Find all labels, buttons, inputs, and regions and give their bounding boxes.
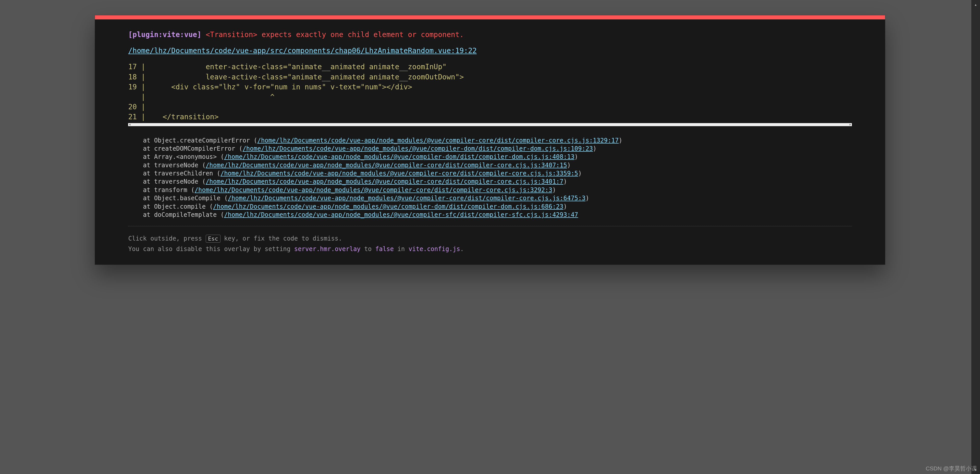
tip-text: key, or fix the code to dismiss. — [221, 235, 342, 242]
stack-frame: at createDOMCompilerError (/home/lhz/Doc… — [128, 145, 852, 153]
stack-trace: at Object.createCompilerError (/home/lhz… — [128, 136, 852, 227]
stack-tail: ) — [552, 187, 556, 193]
stack-frame: at transform (/home/lhz/Documents/code/v… — [128, 186, 852, 194]
stack-at: at traverseNode ( — [128, 178, 205, 185]
stack-at: at Object.createCompilerError ( — [128, 137, 257, 144]
config-file: vite.config.js — [409, 246, 460, 252]
stack-link[interactable]: /home/lhz/Documents/code/vue-app/node_mo… — [228, 195, 586, 202]
stack-at: at Object.compile ( — [128, 203, 213, 210]
stack-at: at traverseChildren ( — [128, 170, 220, 177]
stack-link[interactable]: /home/lhz/Documents/code/vue-app/node_mo… — [257, 137, 619, 144]
stack-tail: ) — [567, 162, 571, 169]
browser-scrollbar[interactable]: ▴ ▾ — [971, 0, 980, 474]
tip-text: to — [361, 246, 375, 252]
stack-link[interactable]: /home/lhz/Documents/code/vue-app/node_mo… — [206, 178, 563, 185]
stack-link[interactable]: /home/lhz/Documents/code/vue-app/node_mo… — [221, 170, 578, 177]
dismiss-tip: Click outside, press Esc key, or fix the… — [128, 233, 852, 254]
code-frame: 17 | enter-active-class="animate__animat… — [128, 62, 852, 122]
error-text: <Transition> expects exactly one child e… — [206, 30, 464, 39]
vite-error-overlay: [plugin:vite:vue] <Transition> expects e… — [95, 15, 885, 265]
error-message: [plugin:vite:vue] <Transition> expects e… — [128, 30, 852, 40]
stack-tail: ) — [563, 178, 567, 185]
stack-at: at Object.baseCompile ( — [128, 195, 228, 202]
plugin-tag: [plugin:vite:vue] — [128, 30, 201, 39]
watermark: CSDN @李昊哲小课 — [926, 465, 977, 472]
stack-at: at createDOMCompilerError ( — [128, 145, 242, 152]
stack-frame: at Array.<anonymous> (/home/lhz/Document… — [128, 153, 852, 161]
stack-frame: at traverseNode (/home/lhz/Documents/cod… — [128, 177, 852, 186]
horizontal-scrollbar[interactable] — [128, 123, 852, 126]
stack-at: at Array.<anonymous> ( — [128, 153, 224, 160]
error-file-row: /home/lhz/Documents/code/vue-app/src/com… — [128, 46, 852, 56]
stack-link[interactable]: /home/lhz/Documents/code/vue-app/node_mo… — [224, 153, 574, 160]
stack-frame: at doCompileTemplate (/home/lhz/Document… — [128, 211, 852, 219]
stack-at: at doCompileTemplate ( — [128, 211, 224, 219]
stack-frame: at traverseNode (/home/lhz/Documents/cod… — [128, 161, 852, 169]
config-key: server.hmr.overlay — [294, 246, 361, 252]
stack-tail: ) — [593, 145, 597, 152]
error-file-link[interactable]: /home/lhz/Documents/code/vue-app/src/com… — [128, 46, 476, 55]
stack-tail: ) — [585, 195, 589, 202]
stack-frame: at Object.baseCompile (/home/lhz/Documen… — [128, 194, 852, 202]
stack-at: at traverseNode ( — [128, 162, 205, 169]
stack-link[interactable]: /home/lhz/Documents/code/vue-app/node_mo… — [242, 145, 593, 152]
config-value: false — [375, 246, 394, 252]
esc-key: Esc — [206, 235, 221, 243]
stack-frame: at traverseChildren (/home/lhz/Documents… — [128, 169, 852, 177]
stack-frame: at Object.compile (/home/lhz/Documents/c… — [128, 203, 852, 211]
stack-link[interactable]: /home/lhz/Documents/code/vue-app/node_mo… — [224, 211, 578, 219]
stack-at: at transform ( — [128, 187, 194, 193]
stack-link[interactable]: /home/lhz/Documents/code/vue-app/node_mo… — [213, 203, 563, 210]
overlay-body: [plugin:vite:vue] <Transition> expects e… — [95, 19, 885, 265]
tip-text: . — [460, 246, 464, 252]
stack-link[interactable]: /home/lhz/Documents/code/vue-app/node_mo… — [195, 187, 552, 193]
stack-frame: at Object.createCompilerError (/home/lhz… — [128, 136, 852, 145]
tip-text: You can also disable this overlay by set… — [128, 246, 294, 252]
scroll-up-icon[interactable]: ▴ — [971, 0, 980, 9]
stack-tail: ) — [619, 137, 622, 144]
stack-tail: ) — [574, 153, 578, 160]
stack-tail: ) — [578, 170, 582, 177]
tip-text: Click outside, press — [128, 235, 205, 242]
tip-text: in — [394, 246, 409, 252]
stack-tail: ) — [563, 203, 567, 210]
stack-link[interactable]: /home/lhz/Documents/code/vue-app/node_mo… — [206, 162, 567, 169]
